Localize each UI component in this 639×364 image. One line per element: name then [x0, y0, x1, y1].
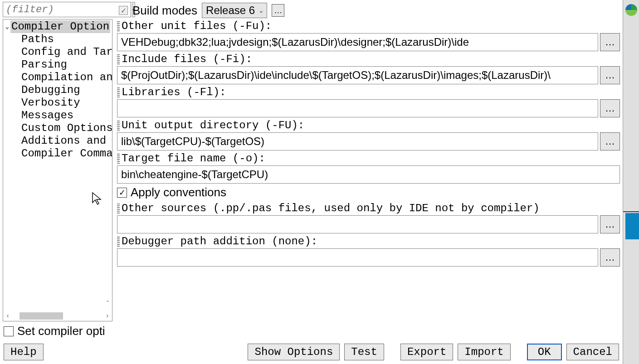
tree-root-label: Compiler Option: [10, 20, 110, 33]
include-files-browse-button[interactable]: …: [600, 66, 620, 84]
libraries-browse-button[interactable]: …: [600, 99, 620, 117]
field-unit-output-dir: Unit output directory (-FU): …: [117, 119, 620, 150]
build-mode-selected: Release 6: [206, 4, 255, 17]
grip-icon[interactable]: [117, 121, 120, 131]
libraries-input[interactable]: [117, 99, 598, 117]
tree-item-additions[interactable]: Additions and: [3, 135, 112, 147]
paths-fields: Other unit files (-Fu): … Include files …: [117, 20, 620, 321]
import-button[interactable]: Import: [458, 344, 510, 360]
cursor-icon: [92, 192, 102, 205]
target-file-name-input[interactable]: [117, 165, 620, 184]
divider: [623, 211, 639, 212]
options-tree[interactable]: ⌄ Compiler Option Paths Config and Tar P…: [3, 19, 112, 321]
filter-row: ▾: [0, 0, 114, 19]
unit-output-dir-input[interactable]: [117, 132, 598, 150]
background-accent: [625, 213, 639, 239]
hscroll-thumb[interactable]: [20, 312, 63, 320]
grip-icon[interactable]: [117, 237, 120, 247]
libraries-label: Libraries (-Fl):: [122, 86, 226, 98]
scroll-left-icon[interactable]: ‹: [6, 310, 10, 321]
top-area: ▾ ⌄ Compiler Option Paths Config and Tar…: [0, 0, 623, 321]
other-sources-label: Other sources (.pp/.pas files, used only…: [122, 202, 540, 214]
tree-item-custom-options[interactable]: Custom Options: [3, 122, 112, 135]
left-panel: ▾ ⌄ Compiler Option Paths Config and Tar…: [0, 0, 114, 321]
scroll-right-icon[interactable]: ›: [106, 310, 109, 321]
unit-output-dir-browse-button[interactable]: …: [600, 132, 620, 150]
debugger-path-browse-button[interactable]: …: [600, 248, 620, 267]
scroll-down-icon[interactable]: ˅: [106, 297, 109, 310]
debugger-path-label: Debugger path addition (none):: [122, 235, 317, 248]
chevron-down-icon: ⌄: [259, 7, 264, 14]
include-files-label: Include files (-Fi):: [122, 53, 252, 65]
build-modes-checkbox[interactable]: ✓: [119, 6, 128, 15]
other-unit-files-label: Other unit files (-Fu):: [122, 20, 272, 32]
debugger-path-input[interactable]: [117, 248, 598, 267]
other-sources-input[interactable]: [117, 215, 598, 233]
field-include-files: Include files (-Fi): …: [117, 53, 620, 84]
tree-item-parsing[interactable]: Parsing: [3, 58, 112, 71]
apply-conventions-label: Apply conventions: [131, 185, 226, 199]
field-other-sources: Other sources (.pp/.pas files, used only…: [117, 202, 620, 233]
tree-item-paths[interactable]: Paths: [3, 33, 112, 46]
target-file-name-label: Target file name (-o):: [122, 152, 265, 165]
apply-conventions-row[interactable]: ✓ Apply conventions: [117, 185, 620, 199]
build-modes-row: ✓ Build modes Release 6 ⌄ …: [117, 0, 620, 20]
grip-icon[interactable]: [117, 21, 120, 31]
tree-item-debugging[interactable]: Debugging: [3, 84, 112, 97]
ok-button[interactable]: OK: [527, 344, 562, 360]
right-panel: ✓ Build modes Release 6 ⌄ … Other unit f…: [114, 0, 623, 321]
cancel-button[interactable]: Cancel: [566, 344, 619, 360]
build-modes-label: Build modes: [132, 4, 197, 18]
grip-icon[interactable]: [117, 204, 120, 214]
tree-hscroll[interactable]: ‹ ›: [3, 311, 112, 321]
grip-icon[interactable]: [117, 54, 120, 64]
grip-icon[interactable]: [117, 154, 120, 164]
tree-item-messages[interactable]: Messages: [3, 109, 112, 122]
tree-vscroll[interactable]: ˄: [103, 20, 112, 39]
field-debugger-path: Debugger path addition (none): …: [117, 235, 620, 267]
tree-item-compilation[interactable]: Compilation an: [3, 71, 112, 84]
background-window-edge: [623, 0, 639, 364]
tree-content: ⌄ Compiler Option Paths Config and Tar P…: [3, 19, 112, 161]
export-button[interactable]: Export: [400, 344, 453, 360]
bottom-button-bar: Help Show Options Test Export Import OK …: [0, 341, 623, 364]
tree-item-verbosity[interactable]: Verbosity: [3, 97, 112, 109]
tree-vscroll-bottom[interactable]: ˅: [103, 297, 112, 310]
app-logo-icon: [624, 3, 639, 17]
tree-item-compiler-comma[interactable]: Compiler Comma: [3, 147, 112, 160]
build-mode-combo[interactable]: Release 6 ⌄: [202, 3, 267, 18]
field-target-file-name: Target file name (-o):: [117, 152, 620, 184]
apply-conventions-checkbox[interactable]: ✓: [117, 188, 127, 198]
help-button[interactable]: Help: [4, 344, 44, 360]
set-compiler-options-checkbox[interactable]: [4, 326, 14, 336]
test-button[interactable]: Test: [344, 344, 384, 360]
unit-output-dir-label: Unit output directory (-FU):: [122, 119, 304, 131]
tree-root-compiler-option[interactable]: ⌄ Compiler Option: [3, 20, 112, 33]
set-compiler-options-label: Set compiler opti: [17, 324, 105, 338]
other-unit-files-browse-button[interactable]: …: [600, 33, 620, 51]
build-modes-more-button[interactable]: …: [272, 4, 284, 17]
compiler-options-dialog: ▾ ⌄ Compiler Option Paths Config and Tar…: [0, 0, 623, 364]
scroll-up-icon[interactable]: ˄: [106, 20, 109, 33]
field-other-unit-files: Other unit files (-Fu): …: [117, 20, 620, 51]
tree-item-config[interactable]: Config and Tar: [3, 46, 112, 58]
filter-input[interactable]: [3, 2, 131, 17]
set-compiler-options-row[interactable]: Set compiler opti: [0, 321, 623, 341]
field-libraries: Libraries (-Fl): …: [117, 86, 620, 117]
show-options-button[interactable]: Show Options: [248, 344, 340, 360]
grip-icon[interactable]: [117, 87, 120, 97]
include-files-input[interactable]: [117, 66, 598, 84]
other-unit-files-input[interactable]: [117, 33, 598, 51]
collapse-icon[interactable]: ⌄: [4, 20, 10, 33]
other-sources-browse-button[interactable]: …: [600, 215, 620, 233]
